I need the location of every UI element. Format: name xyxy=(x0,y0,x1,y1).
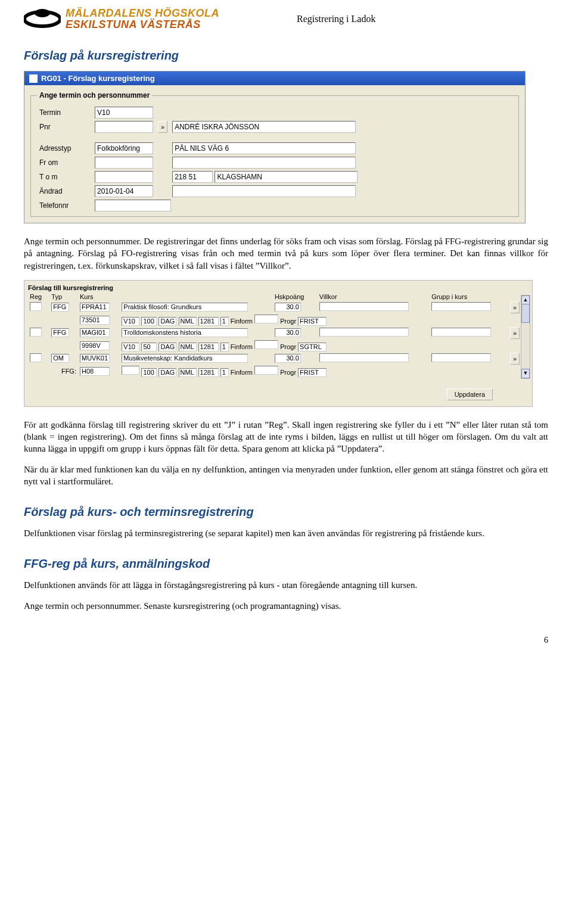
window-rg01: RG01 - Förslag kursregistering Ange term… xyxy=(24,71,526,223)
course-table: Reg Typ Kurs Hskpoäng Villkor Grupp i ku… xyxy=(28,293,529,378)
sub-cell: NML xyxy=(179,343,197,351)
heading-ffg: FFG-reg på kurs, anmälningskod xyxy=(24,557,548,571)
expand-button[interactable]: » xyxy=(510,353,520,365)
input-street[interactable] xyxy=(172,142,356,154)
cell-code: MUVK01 xyxy=(80,354,110,363)
para-sec3-2: Ange termin och personnummer. Senaste ku… xyxy=(24,600,548,612)
input-tom[interactable] xyxy=(95,171,153,183)
table-row: FFG MAGI01 Trolldomskonstens historia 30… xyxy=(28,326,529,340)
cell-hsk: 30.0 xyxy=(275,303,301,312)
cell-hsk: 30.0 xyxy=(275,328,301,337)
sub-cell: 1 xyxy=(220,343,229,351)
cell-code: MAGI01 xyxy=(80,328,110,337)
list-title: Förslag till kursregistrering xyxy=(28,284,529,291)
para-2: För att godkänna förslag till registreri… xyxy=(24,419,548,455)
form-table: Termin Pnr » Adresstyp Fr om xyxy=(37,105,360,213)
sub-cell xyxy=(254,340,278,349)
heading-forslag-kursreg: Förslag på kursregistrering xyxy=(24,49,548,63)
input-name[interactable] xyxy=(172,121,356,133)
cell-code: FPRA11 xyxy=(80,303,110,312)
label-frorm: Fr om xyxy=(37,155,92,170)
cell-typ[interactable]: OM xyxy=(51,354,69,363)
input-extra[interactable] xyxy=(172,185,356,197)
cell-name: Praktisk filosofi: Grundkurs xyxy=(122,303,248,312)
cell-name: Trolldomskonstens historia xyxy=(122,328,248,337)
input-city[interactable] xyxy=(214,171,358,183)
sub-cell: H08 xyxy=(80,367,110,376)
input-reg[interactable] xyxy=(30,353,42,362)
sub-cell: 1 xyxy=(220,317,229,326)
sub-cell xyxy=(122,366,139,375)
sub-cell xyxy=(254,315,278,323)
input-reg[interactable] xyxy=(30,328,42,337)
col-reg: Reg xyxy=(28,293,49,301)
sub-cell: V10 xyxy=(122,343,139,351)
label-adresstyp: Adresstyp xyxy=(37,141,92,155)
cell-name: Musikvetenskap: Kandidatkurs xyxy=(122,354,248,363)
logo-icon xyxy=(24,7,61,31)
table-row: OM MUVK01 Musikvetenskap: Kandidatkurs 3… xyxy=(28,352,529,365)
table-subrow: 73501 V10 100 DAG NML 1281 1 Finform Pro… xyxy=(28,314,529,326)
logo: MÄLARDALENS HÖGSKOLA ESKILSTUNA VÄSTERÅS xyxy=(24,7,219,31)
scroll-thumb[interactable] xyxy=(521,304,530,323)
sub-cell: SGTRL xyxy=(298,343,327,351)
input-street2[interactable] xyxy=(172,157,356,169)
lookup-button[interactable]: » xyxy=(158,121,167,133)
sub-cell: FRIST xyxy=(298,368,327,377)
cell-typ[interactable]: FFG xyxy=(51,303,69,312)
sub-cell: 50 xyxy=(141,343,157,351)
label-telefonnr: Telefonnr xyxy=(37,198,92,213)
course-list-panel: Förslag till kursregistrering Reg Typ Ku… xyxy=(24,280,533,407)
sub-cell: NML xyxy=(179,317,197,326)
sub-label: Progr xyxy=(280,318,296,325)
svg-point-1 xyxy=(35,9,50,17)
sub-cell: 1281 xyxy=(198,343,219,351)
sub-label: Finform xyxy=(231,318,253,325)
logo-line1: MÄLARDALENS HÖGSKOLA xyxy=(66,8,219,19)
input-grupp[interactable] xyxy=(431,302,491,311)
input-adresstyp[interactable] xyxy=(95,142,153,154)
cell-hsk: 30.0 xyxy=(275,354,301,363)
input-zip[interactable] xyxy=(172,171,213,183)
sub-cell: 1281 xyxy=(198,368,219,377)
cell-typ[interactable]: FFG xyxy=(51,328,69,337)
input-termin[interactable] xyxy=(95,107,153,119)
cell-villkor xyxy=(319,353,409,362)
page-number: 6 xyxy=(24,636,548,645)
col-grp: Grupp i kurs xyxy=(430,293,508,301)
input-grupp[interactable] xyxy=(431,353,491,362)
sub-cell: DAG xyxy=(158,368,176,377)
para-sec2: Delfunktionen visar förslag på terminsre… xyxy=(24,527,548,539)
para-sec3-1: Delfunktionen används för att lägga in f… xyxy=(24,579,548,591)
cell-villkor xyxy=(319,328,409,337)
input-pnr[interactable] xyxy=(95,121,153,133)
scroll-down-icon[interactable]: ▼ xyxy=(521,369,530,378)
col-typ: Typ xyxy=(49,293,78,301)
sub-prefix: FFG: xyxy=(49,365,78,378)
scrollbar[interactable]: ▲ ▼ xyxy=(521,295,530,379)
label-pnr: Pnr xyxy=(37,120,92,134)
sub-cell: 1281 xyxy=(198,317,219,326)
sub-cell: 100 xyxy=(141,368,157,377)
input-reg[interactable] xyxy=(30,302,42,311)
input-andrad[interactable] xyxy=(95,185,153,197)
col-villkor: Villkor xyxy=(318,293,430,301)
input-grupp[interactable] xyxy=(431,328,491,337)
input-telefonnr[interactable] xyxy=(95,200,171,211)
expand-button[interactable]: » xyxy=(510,301,520,313)
update-button[interactable]: Uppdatera xyxy=(447,388,493,400)
title-bar: RG01 - Förslag kursregistering xyxy=(24,71,525,85)
sub-label: Finform xyxy=(231,369,253,376)
col-hsk: Hskpoäng xyxy=(273,293,318,301)
fieldset-termin-pnr: Ange termin och personnummer Termin Pnr … xyxy=(30,91,519,217)
expand-button[interactable]: » xyxy=(510,327,520,339)
window-title: RG01 - Förslag kursregistering xyxy=(41,74,155,83)
sub-cell: FRIST xyxy=(298,317,327,326)
sub-cell: NML xyxy=(179,368,197,377)
sub-cell: V10 xyxy=(122,317,139,326)
input-frorm[interactable] xyxy=(95,157,153,169)
heading-kurs-termin: Förslag på kurs- och terminsregistrering xyxy=(24,505,548,519)
sub-label: Finform xyxy=(231,343,253,350)
cell-villkor xyxy=(319,302,409,311)
label-andrad: Ändrad xyxy=(37,184,92,198)
